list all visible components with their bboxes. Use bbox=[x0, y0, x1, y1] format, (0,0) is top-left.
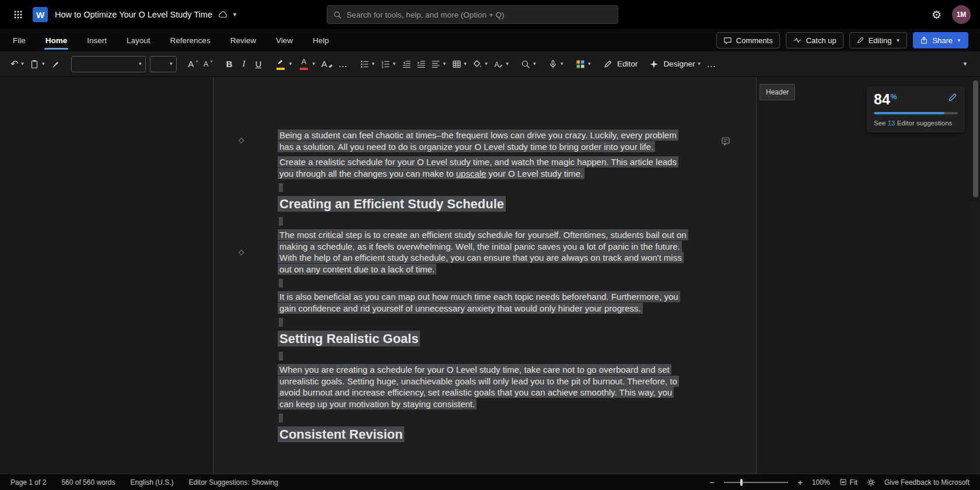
zoom-out-button[interactable]: − bbox=[709, 478, 715, 487]
decrease-indent-button[interactable] bbox=[400, 55, 414, 73]
share-icon bbox=[920, 36, 928, 44]
zoom-in-button[interactable]: + bbox=[797, 478, 803, 487]
bold-button[interactable]: B bbox=[222, 55, 236, 73]
page-indicator[interactable]: Page 1 of 2 bbox=[10, 478, 46, 487]
home-ribbon-toolbar: ↶▼ ▼ ▼ ▼ A˄ A˅ B I U ▼ A ▼ A … ▼ 123 bbox=[0, 51, 980, 77]
document-page[interactable]: Being a student can feel chaotic at time… bbox=[213, 77, 757, 474]
font-color-icon: A bbox=[298, 57, 310, 72]
selected-empty-line bbox=[279, 352, 283, 360]
tracked-change-marker-icon[interactable] bbox=[721, 136, 732, 146]
underline-label: U bbox=[256, 60, 262, 68]
underline-button[interactable]: U bbox=[251, 55, 265, 73]
paragraph-5[interactable]: When you are creating a schedule for you… bbox=[278, 364, 688, 410]
catch-up-button[interactable]: Catch up bbox=[786, 32, 844, 48]
share-button[interactable]: Share ▼ bbox=[913, 32, 968, 48]
paste-button[interactable]: ▼ bbox=[27, 55, 48, 73]
font-size-select[interactable]: ▼ bbox=[150, 56, 177, 72]
language-indicator[interactable]: English (U.S.) bbox=[130, 478, 173, 487]
switch-background-icon[interactable] bbox=[867, 478, 875, 487]
comments-button[interactable]: Comments bbox=[716, 32, 780, 48]
collapse-ribbon-button[interactable]: ▼ bbox=[958, 55, 972, 73]
svg-text:A: A bbox=[495, 60, 499, 68]
format-painter-button[interactable] bbox=[48, 55, 62, 73]
editing-mode-button[interactable]: Editing ▼ bbox=[849, 32, 908, 48]
tab-review[interactable]: Review bbox=[229, 31, 257, 50]
word-count[interactable]: 560 of 560 words bbox=[61, 478, 115, 487]
paragraph-1[interactable]: Being a student can feel chaotic at time… bbox=[278, 130, 688, 152]
editor-score-card[interactable]: 84 % See 13 Editor suggestions bbox=[867, 86, 965, 132]
document-content[interactable]: Being a student can feel chaotic at time… bbox=[214, 77, 756, 443]
svg-text:3: 3 bbox=[382, 65, 383, 68]
italic-button[interactable]: I bbox=[237, 55, 251, 73]
zoom-slider[interactable] bbox=[724, 482, 788, 483]
alignment-button[interactable]: ▼ bbox=[429, 55, 449, 73]
feedback-link[interactable]: Give Feedback to Microsoft bbox=[884, 478, 970, 487]
dictate-button[interactable]: ▼ bbox=[546, 55, 566, 73]
increase-indent-button[interactable] bbox=[414, 55, 428, 73]
ribbon-overflow-button[interactable]: … bbox=[704, 55, 719, 73]
heading-realistic-goals[interactable]: Setting Realistic Goals bbox=[278, 330, 688, 348]
undo-button[interactable]: ↶▼ bbox=[8, 55, 27, 73]
vertical-scrollbar[interactable] bbox=[971, 77, 980, 474]
tab-home[interactable]: Home bbox=[44, 31, 69, 50]
catch-up-button-label: Catch up bbox=[806, 36, 836, 45]
highlight-chevron-icon: ▼ bbox=[288, 61, 293, 66]
shrink-font-label: A bbox=[204, 61, 208, 68]
zoom-level[interactable]: 100% bbox=[812, 478, 830, 487]
numbering-button[interactable]: 123 ▼ bbox=[379, 55, 399, 73]
tab-references[interactable]: References bbox=[169, 31, 212, 50]
collapse-marker-icon[interactable]: ◇ bbox=[239, 136, 244, 144]
font-color-button[interactable]: A ▼ bbox=[296, 55, 318, 73]
paragraph-3[interactable]: The most critical step is to create an e… bbox=[278, 229, 688, 275]
tab-insert[interactable]: Insert bbox=[86, 31, 108, 50]
suggestions-suffix: Editor suggestions bbox=[895, 120, 952, 127]
editor-button[interactable]: Editor bbox=[601, 55, 640, 73]
tab-layout[interactable]: Layout bbox=[125, 31, 152, 50]
highlighter-icon bbox=[275, 57, 286, 72]
word-app-icon[interactable]: W bbox=[33, 7, 48, 22]
shading-button[interactable]: ▼ bbox=[470, 55, 491, 73]
scrollbar-thumb[interactable] bbox=[973, 80, 978, 197]
editor-suggestions-status[interactable]: Editor Suggestions: Showing bbox=[188, 478, 278, 487]
grow-font-button[interactable]: A˄ bbox=[186, 55, 201, 73]
fit-to-page-button[interactable]: Fit bbox=[839, 478, 858, 487]
font-name-select[interactable]: ▼ bbox=[71, 56, 146, 72]
tab-help[interactable]: Help bbox=[312, 31, 330, 50]
title-dropdown-chevron-icon[interactable]: ▼ bbox=[232, 12, 237, 18]
font-overflow-menu-button[interactable]: … bbox=[336, 55, 351, 73]
heading-study-schedule[interactable]: Creating an Efficient Study Schedule bbox=[278, 195, 688, 213]
search-bar[interactable] bbox=[327, 5, 618, 24]
text-highlight-color-button[interactable]: ▼ bbox=[272, 55, 295, 73]
collapse-marker-icon[interactable]: ◇ bbox=[239, 249, 244, 256]
text-effects-button[interactable]: A ▼ bbox=[491, 55, 512, 73]
tab-view[interactable]: View bbox=[275, 31, 294, 50]
styles-gallery-button[interactable]: ▼ bbox=[573, 55, 594, 73]
designer-button[interactable]: Designer ▼ bbox=[647, 55, 704, 73]
editor-suggestions-link[interactable]: See 13 Editor suggestions bbox=[874, 120, 958, 127]
share-button-label: Share bbox=[932, 36, 953, 45]
heading-consistent-revision[interactable]: Consistent Revision bbox=[278, 426, 688, 443]
grow-font-label: A bbox=[188, 60, 194, 68]
paragraph-4[interactable]: It is also beneficial as you can map out… bbox=[278, 291, 688, 314]
paste-chevron-icon: ▼ bbox=[41, 61, 46, 66]
heading-study-schedule-text: Creating an Efficient Study Schedule bbox=[278, 196, 506, 212]
insert-table-button[interactable]: ▼ bbox=[450, 55, 470, 73]
find-button[interactable]: ▼ bbox=[519, 55, 539, 73]
upscale-link[interactable]: upscale bbox=[456, 169, 487, 178]
shrink-font-button[interactable]: A˅ bbox=[201, 55, 215, 73]
document-title[interactable]: How to Optimize Your O Level Study Time bbox=[55, 10, 212, 19]
header-region-tab[interactable]: Header bbox=[760, 84, 795, 100]
search-input[interactable] bbox=[346, 10, 612, 19]
paragraph-2[interactable]: Create a realistic schedule for your O L… bbox=[278, 156, 688, 179]
document-canvas[interactable]: Being a student can feel chaotic at time… bbox=[0, 77, 980, 474]
settings-gear-icon[interactable]: ⚙ bbox=[932, 9, 942, 20]
paragraph-5-text: When you are creating a schedule for you… bbox=[278, 364, 679, 410]
app-launcher-icon[interactable] bbox=[9, 6, 27, 23]
clear-formatting-button[interactable]: A bbox=[319, 55, 335, 73]
tab-file[interactable]: File bbox=[12, 31, 27, 50]
bullets-button[interactable]: ▼ bbox=[358, 55, 378, 73]
font-color-chevron-icon: ▼ bbox=[312, 61, 316, 66]
zoom-slider-thumb[interactable] bbox=[740, 479, 743, 486]
account-avatar[interactable]: 1M bbox=[952, 5, 971, 24]
header-tab-label: Header bbox=[766, 88, 789, 96]
